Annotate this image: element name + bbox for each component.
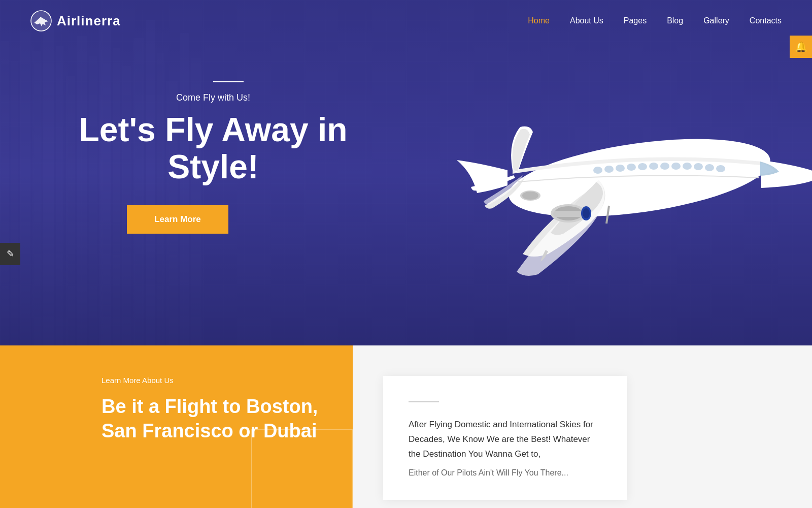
bottom-section: Learn More About Us Be it a Flight to Bo… (0, 345, 812, 508)
edit-button[interactable]: ✎ (0, 243, 20, 265)
nav-blog[interactable]: Blog (667, 16, 683, 25)
svg-point-62 (522, 192, 538, 200)
svg-point-47 (683, 163, 692, 170)
svg-point-46 (694, 163, 703, 170)
main-nav: Home About Us Pages Blog Gallery Contact… (528, 16, 782, 25)
svg-point-43 (504, 125, 775, 230)
hero-section: Airlinerra Home About Us Pages Blog Gall… (0, 0, 812, 345)
airplane-svg (447, 61, 812, 305)
card-divider (409, 401, 439, 402)
airplane-image (447, 61, 812, 305)
card-secondary-text: Either of Our Pilots Ain't Will Fly You … (409, 466, 601, 480)
nav-about[interactable]: About Us (570, 16, 603, 25)
bottom-right-panel: After Flying Domestic and International … (353, 345, 812, 508)
bottom-left-panel: Learn More About Us Be it a Flight to Bo… (0, 345, 353, 508)
svg-point-48 (671, 163, 681, 170)
nav-gallery[interactable]: Gallery (703, 16, 729, 25)
bottom-label: Learn More About Us (101, 376, 322, 385)
svg-point-54 (604, 166, 614, 173)
svg-point-53 (616, 165, 625, 172)
logo[interactable]: Airlinerra (30, 10, 121, 31)
hero-title: Let's Fly Away inStyle! (71, 111, 355, 185)
nav-home[interactable]: Home (528, 16, 550, 25)
svg-point-51 (638, 163, 647, 170)
nav-pages[interactable]: Pages (624, 16, 647, 25)
nav-contacts[interactable]: Contacts (750, 16, 782, 25)
svg-point-45 (705, 164, 714, 171)
hero-divider (213, 81, 244, 82)
about-card: After Flying Domestic and International … (383, 376, 627, 500)
svg-point-52 (627, 164, 636, 171)
edit-icon: ✎ (7, 248, 14, 260)
decorative-border (251, 429, 353, 508)
learn-more-button[interactable]: Learn More (127, 205, 228, 234)
hero-subtitle: Come Fly with Us! (71, 92, 355, 103)
bell-icon: 🔔 (795, 41, 807, 53)
logo-icon (30, 10, 52, 31)
svg-point-50 (649, 163, 658, 170)
card-main-text: After Flying Domestic and International … (409, 418, 601, 462)
svg-point-60 (583, 208, 590, 218)
svg-point-44 (716, 165, 725, 172)
logo-text: Airlinerra (57, 13, 121, 29)
svg-point-55 (593, 167, 602, 174)
header: Airlinerra Home About Us Pages Blog Gall… (0, 0, 812, 42)
svg-point-49 (660, 163, 669, 170)
